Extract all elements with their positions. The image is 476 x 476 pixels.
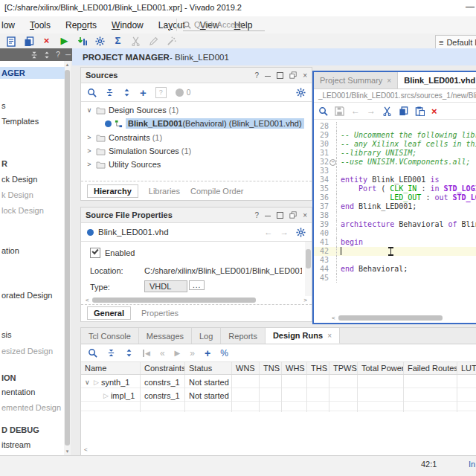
scrollbar-thumb[interactable] [92, 298, 256, 303]
code-area[interactable]: 2829-- Uncomment the following library d… [314, 120, 476, 283]
close-icon[interactable]: × [387, 77, 391, 85]
expand-all-icon[interactable] [123, 89, 131, 97]
tab-reports[interactable]: Reports [221, 328, 266, 344]
minimize-icon[interactable] [265, 76, 271, 77]
code-line-37[interactable]: 37end Blink_LED001; [314, 202, 476, 211]
tab-compile-order[interactable]: Compile Order [190, 187, 244, 196]
close-icon[interactable]: × [303, 211, 307, 219]
float-icon[interactable] [289, 71, 297, 79]
scrollbar-thumb[interactable] [338, 315, 443, 321]
code-line-42[interactable]: 42 [314, 247, 476, 256]
minimize-panel-icon[interactable]: ─ [65, 51, 71, 59]
menu-item-low[interactable]: low [0, 18, 22, 33]
chevron-right-icon[interactable]: > [86, 161, 93, 168]
close-icon[interactable]: × [303, 71, 307, 80]
editor-hscrollbar[interactable]: < [332, 314, 476, 322]
scroll-left-icon[interactable]: < [332, 315, 335, 321]
enabled-checkbox[interactable] [90, 248, 100, 258]
column-header-name[interactable]: Name [81, 362, 141, 374]
code-line-34[interactable]: 34entity Blink_LED001 is [314, 176, 476, 184]
search-icon[interactable] [87, 88, 97, 97]
table-row-impl_1[interactable]: ▷impl_1constrs_1Not started [81, 388, 476, 402]
copy-icon[interactable] [23, 35, 34, 47]
column-header-wns[interactable]: WNS [232, 362, 260, 374]
flow-navigator-scrollbar[interactable]: ▴ ▾ [64, 61, 71, 455]
document-icon[interactable] [5, 35, 16, 47]
chevron-down-icon[interactable]: ∨ [86, 106, 93, 114]
table-row-synth_1[interactable]: ∨▷synth_1constrs_1Not started [81, 375, 476, 388]
fold-marker-icon[interactable]: − [329, 159, 336, 166]
flow-nav-item[interactable]: orated Design [1, 291, 53, 300]
code-line-41[interactable]: 41begin [314, 238, 476, 247]
layout-selector-button[interactable]: ≡ Default L [435, 35, 476, 49]
code-line-40[interactable]: 40 [314, 229, 476, 238]
maximize-icon[interactable] [277, 212, 283, 219]
code-line-32[interactable]: 32−--use UNISIM.VComponents.all; [314, 158, 476, 167]
code-line-30[interactable]: 30-- any Xilinx leaf cells in this code. [314, 140, 476, 149]
column-header-tpws[interactable]: TPWS [329, 362, 358, 374]
scroll-left-icon[interactable]: < [86, 297, 89, 303]
flow-nav-item[interactable]: itstream [1, 440, 30, 449]
delete-icon[interactable]: × [41, 35, 52, 47]
tab-properties[interactable]: Properties [141, 309, 178, 318]
tab-design-runs[interactable]: Design Runs× [266, 328, 340, 344]
code-line-31[interactable]: 31--library UNISIM; [314, 149, 476, 158]
type-value-field[interactable]: VHDL [144, 280, 187, 292]
code-line-29[interactable]: 29-- Uncomment the following library dec… [314, 131, 476, 140]
tab-project-summary[interactable]: Project Summary× [314, 72, 398, 89]
chevron-right-icon[interactable]: > [86, 134, 93, 141]
flow-nav-item[interactable]: sis [1, 330, 11, 339]
search-icon[interactable] [318, 106, 328, 116]
tree-item-simulation-sources[interactable]: > Simulation Sources (1) [86, 144, 191, 158]
column-header-failed-routes[interactable]: Failed Routes [404, 362, 457, 374]
search-icon[interactable] [88, 348, 97, 358]
scroll-down-icon[interactable]: ▾ [64, 448, 71, 454]
tree-item-constraints[interactable]: > Constraints (1) [86, 131, 162, 144]
add-run-icon[interactable]: + [205, 347, 210, 359]
tab-general[interactable]: General [87, 306, 131, 320]
quick-access-input[interactable]: Quick Access [183, 19, 265, 31]
help-icon[interactable]: ? [255, 211, 260, 219]
add-sources-icon[interactable]: + [140, 86, 147, 99]
row-expander-icon[interactable]: ∨ [85, 379, 91, 386]
column-header-lut[interactable]: LUT [457, 362, 476, 374]
float-icon[interactable] [289, 211, 297, 219]
expand-all-icon[interactable] [43, 51, 51, 59]
column-header-constraints[interactable]: Constraints [141, 362, 185, 374]
cut-icon[interactable] [382, 106, 392, 116]
column-header-tns[interactable]: TNS [260, 362, 282, 374]
scroll-up-icon[interactable]: ▴ [64, 62, 71, 68]
run-icon[interactable]: ▶ [59, 35, 70, 47]
paste-icon[interactable] [415, 106, 425, 116]
menu-item-tools[interactable]: Tools [22, 18, 58, 33]
bottom-hscrollbar[interactable]: < [84, 446, 471, 454]
flow-nav-item[interactable]: s [1, 101, 6, 110]
flow-nav-item[interactable]: AGER [0, 67, 65, 79]
settings-gear-icon[interactable] [296, 87, 306, 97]
collapse-all-icon[interactable] [106, 89, 114, 97]
tab-source-file[interactable]: Blink_LED001.vhd× [398, 72, 476, 89]
scroll-left-icon[interactable]: < [84, 446, 88, 453]
sigma-icon[interactable]: Σ [112, 35, 123, 47]
copy-icon[interactable] [399, 106, 408, 116]
tree-item-utility-sources[interactable]: > Utility Sources [86, 158, 161, 171]
tab-hierarchy[interactable]: Hierarchy [87, 184, 138, 198]
window-minimize-icon[interactable]: — [466, 1, 475, 12]
properties-scrollbar[interactable] [305, 242, 312, 296]
scrollbar-thumb[interactable] [65, 70, 70, 446]
code-line-38[interactable]: 38 [314, 211, 476, 220]
code-line-35[interactable]: 35 Port ( CLK_IN : in STD_LOGIC; [314, 184, 476, 193]
maximize-icon[interactable] [277, 72, 283, 79]
tab-tcl-console[interactable]: Tcl Console [81, 328, 139, 344]
expand-all-icon[interactable] [125, 349, 133, 357]
program-icon[interactable] [77, 35, 88, 47]
close-icon[interactable]: × [327, 332, 332, 340]
column-header-whs[interactable]: WHS [282, 362, 307, 374]
flow-nav-item[interactable]: ION [1, 373, 16, 382]
minimize-icon[interactable] [265, 216, 271, 216]
help-icon[interactable]: ? [255, 71, 260, 80]
code-line-28[interactable]: 28 [314, 122, 476, 131]
settings-gear-icon[interactable] [94, 35, 106, 47]
help-icon[interactable]: ? [56, 51, 60, 59]
tree-item-design-sources[interactable]: ∨ Design Sources (1) [86, 103, 178, 117]
